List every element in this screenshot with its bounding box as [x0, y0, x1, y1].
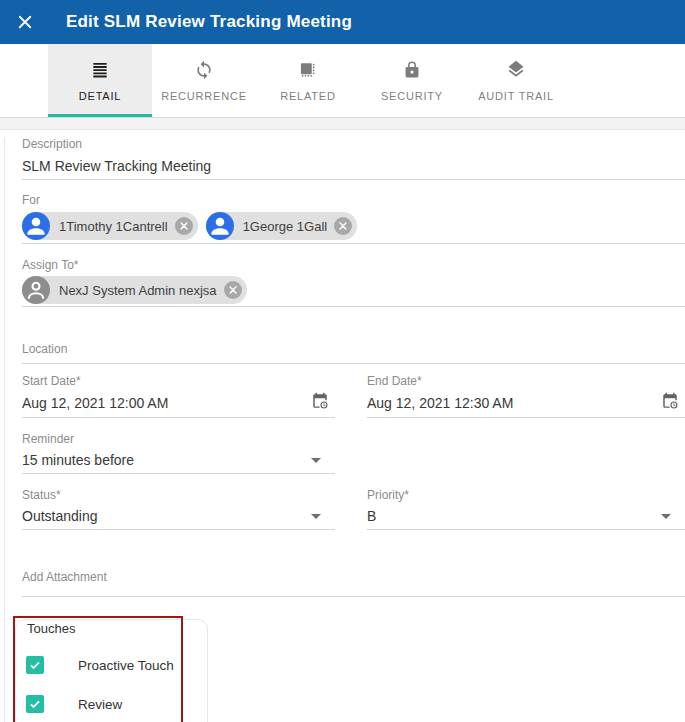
tab-recurrence-label: RECURRENCE	[161, 90, 247, 102]
reminder-select[interactable]: 15 minutes before	[22, 452, 134, 468]
detail-form: Description SLM Review Tracking Meeting …	[0, 137, 685, 722]
chevron-down-icon[interactable]	[661, 514, 671, 519]
reminder-label: Reminder	[22, 432, 335, 446]
for-field: For 1Timothy 1Cantrell 1George 1Gall	[22, 193, 685, 244]
touches-label: Touches	[27, 621, 75, 636]
chevron-down-icon[interactable]	[311, 514, 321, 519]
remove-chip-icon[interactable]	[334, 217, 352, 235]
assign-to-chip[interactable]: NexJ System Admin nexjsa	[22, 276, 247, 304]
proactive-touch-checkbox[interactable]	[26, 656, 44, 674]
assign-to-label: Assign To*	[22, 258, 685, 272]
for-label: For	[22, 193, 685, 207]
description-input[interactable]: SLM Review Tracking Meeting	[22, 158, 685, 174]
tab-recurrence[interactable]: RECURRENCE	[152, 44, 256, 117]
status-field: Status* Outstanding	[22, 488, 335, 530]
detail-lines-icon	[90, 60, 110, 84]
review-checkbox[interactable]	[26, 695, 44, 713]
location-label: Location	[22, 342, 685, 356]
dialog-title: Edit SLM Review Tracking Meeting	[66, 12, 352, 32]
start-date-field: Start Date* Aug 12, 2021 12:00 AM	[22, 374, 335, 418]
tab-related-label: RELATED	[280, 90, 336, 102]
close-icon[interactable]	[14, 11, 36, 33]
start-date-label: Start Date*	[22, 374, 335, 388]
tab-audit-trail-label: AUDIT TRAIL	[478, 90, 554, 102]
tab-bar: DETAIL RECURRENCE RELATED SECURITY AUDIT…	[0, 44, 685, 117]
person-avatar-icon	[206, 212, 234, 240]
description-label: Description	[22, 137, 685, 151]
tab-related[interactable]: RELATED	[256, 44, 360, 117]
calendar-clock-icon[interactable]	[661, 392, 679, 414]
proactive-touch-label: Proactive Touch	[78, 658, 174, 673]
for-chip-1-name: 1Timothy 1Cantrell	[59, 219, 168, 234]
related-note-icon	[298, 60, 318, 84]
person-avatar-icon	[22, 212, 50, 240]
tab-detail[interactable]: DETAIL	[48, 44, 152, 117]
tab-detail-label: DETAIL	[79, 90, 122, 102]
layers-icon	[506, 60, 526, 84]
chevron-down-icon[interactable]	[311, 458, 321, 463]
sync-icon	[194, 60, 214, 84]
tab-audit-trail[interactable]: AUDIT TRAIL	[464, 44, 568, 117]
tab-security-label: SECURITY	[381, 90, 443, 102]
user-outline-avatar-icon	[22, 276, 50, 304]
assign-to-chip-name: NexJ System Admin nexjsa	[59, 283, 217, 298]
tab-security[interactable]: SECURITY	[360, 44, 464, 117]
end-date-input[interactable]: Aug 12, 2021 12:30 AM	[367, 395, 513, 411]
add-attachment-field[interactable]: Add Attachment	[22, 570, 685, 597]
remove-chip-icon[interactable]	[224, 281, 242, 299]
status-label: Status*	[22, 488, 335, 502]
lock-icon	[402, 60, 422, 84]
reminder-field: Reminder 15 minutes before	[22, 432, 335, 474]
for-chip-1[interactable]: 1Timothy 1Cantrell	[22, 212, 198, 240]
for-chip-2[interactable]: 1George 1Gall	[206, 212, 358, 240]
toolbar-content-divider	[0, 117, 685, 130]
location-field[interactable]: Location	[22, 342, 685, 364]
start-date-input[interactable]: Aug 12, 2021 12:00 AM	[22, 395, 168, 411]
description-field: Description SLM Review Tracking Meeting	[22, 137, 685, 180]
remove-chip-icon[interactable]	[175, 217, 193, 235]
priority-field: Priority* B	[367, 488, 685, 530]
end-date-field: End Date* Aug 12, 2021 12:30 AM	[367, 374, 685, 418]
priority-select[interactable]: B	[367, 508, 376, 524]
for-chip-2-name: 1George 1Gall	[243, 219, 328, 234]
calendar-clock-icon[interactable]	[311, 392, 329, 414]
priority-label: Priority*	[367, 488, 685, 502]
end-date-label: End Date*	[367, 374, 685, 388]
add-attachment-label: Add Attachment	[22, 570, 685, 584]
assign-to-field: Assign To* NexJ System Admin nexjsa	[22, 258, 685, 307]
dialog-header: Edit SLM Review Tracking Meeting	[0, 0, 685, 44]
review-label: Review	[78, 697, 122, 712]
status-select[interactable]: Outstanding	[22, 508, 98, 524]
